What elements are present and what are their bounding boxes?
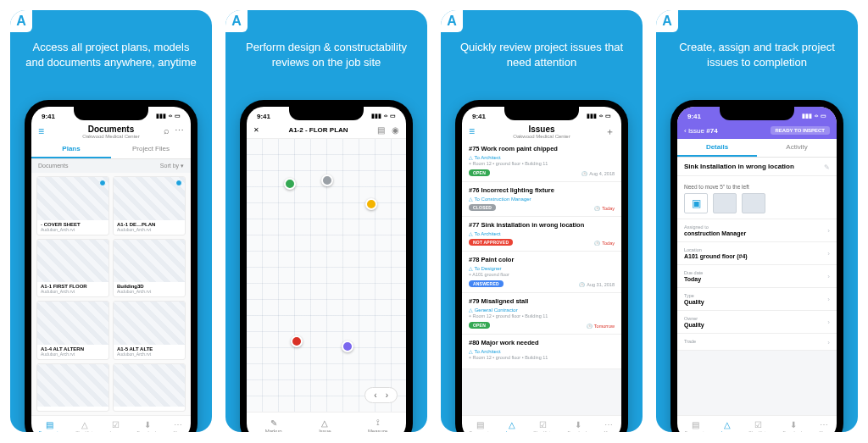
nav-checklists[interactable]: △Checklists: [75, 419, 95, 432]
menu-icon[interactable]: ≡: [469, 125, 475, 137]
autodesk-logo-icon: A: [231, 14, 242, 29]
close-icon[interactable]: ✕: [253, 126, 259, 134]
header-title: Issues: [462, 125, 621, 134]
sort-by[interactable]: Sort by ▾: [160, 163, 184, 169]
photo-attachment[interactable]: [742, 193, 765, 213]
sort-bar[interactable]: Documents Sort by ▾: [31, 159, 191, 173]
checklists-icon: ☑: [537, 419, 548, 429]
document-card[interactable]: A1-1 DE…PLANAudubon_Arch.rvt: [113, 176, 186, 235]
autodesk-logo-icon: A: [662, 14, 672, 29]
prev-page-button[interactable]: ‹: [374, 390, 376, 400]
nav-more[interactable]: ⋯More: [173, 419, 183, 432]
notch: [720, 107, 794, 120]
document-attachment-icon[interactable]: ▣: [684, 193, 708, 213]
field-value: Today: [684, 276, 830, 282]
document-card[interactable]: [113, 363, 186, 413]
chevron-right-icon: ›: [827, 273, 830, 280]
issue-pin[interactable]: [342, 341, 353, 352]
issue-assignee: △ To Architect: [469, 348, 615, 354]
field-type[interactable]: TypeQuality›: [677, 288, 837, 311]
document-thumb: [114, 240, 185, 283]
plan-canvas[interactable]: ‹ ›: [247, 139, 406, 412]
issue-pin[interactable]: [284, 178, 296, 190]
back-button[interactable]: ‹ Issue #74: [684, 127, 718, 135]
breadcrumb: Documents: [38, 163, 68, 169]
nav-issues[interactable]: △Issues: [506, 419, 518, 432]
doc-tabs: Plans Project Files: [31, 141, 191, 159]
issue-card[interactable]: #79 Misaligned stall△ General Contractor…: [462, 293, 621, 335]
brand-badge: A: [656, 10, 678, 32]
issues-icon: ☑: [111, 419, 121, 429]
detail-description: Need to move 5" to the left ▣: [677, 176, 837, 219]
wifi-icon: ⌔: [599, 114, 603, 119]
issue-due: 🕒Today: [594, 241, 615, 246]
warning-icon: △: [320, 418, 330, 428]
layers-icon[interactable]: ▤: [377, 125, 385, 135]
issue-card[interactable]: #75 Work room paint chipped△ To Architec…: [462, 141, 621, 182]
status-pill[interactable]: READY TO INSPECT: [771, 126, 830, 135]
screen: 9:41 ▮▮▮ ⌔ ▭ ≡ Documents Oakwood Medical…: [31, 107, 191, 432]
screenshot-gallery: A Access all project plans, models and d…: [0, 0, 868, 442]
nav-documents[interactable]: ▤Documents: [39, 419, 60, 432]
issue-pin[interactable]: [291, 335, 303, 347]
issue-card[interactable]: #76 Incorrect lighting fixture△ To Const…: [462, 182, 621, 217]
nav-more[interactable]: ⋯More: [604, 419, 614, 432]
tool-measure[interactable]: ⟟Measure: [368, 418, 387, 432]
nav-checklists[interactable]: ☑Checklists: [748, 419, 768, 432]
issue-assignee: △ To Architect: [469, 154, 615, 160]
tab-plans[interactable]: Plans: [31, 141, 111, 158]
document-filename: Audubon_Arch.rvt: [117, 227, 181, 232]
field-owner[interactable]: OwnerQuality›: [677, 311, 837, 334]
issue-location: ⌖ Room 12 • ground floor • Building 11: [469, 355, 615, 361]
field-trade[interactable]: Trade›: [677, 334, 837, 351]
issue-assignee: △ To Designer: [469, 265, 615, 271]
field-due-date[interactable]: Due dateToday›: [677, 265, 837, 288]
document-card[interactable]: Building3DAudubon_Arch.rvt: [113, 239, 186, 298]
nav-documents[interactable]: ▤Documents: [470, 419, 491, 432]
photo-attachment[interactable]: [713, 193, 737, 213]
issue-assignee: △ To Construction Manager: [469, 196, 615, 202]
nav-issues[interactable]: ☑Issues: [109, 419, 121, 432]
document-card[interactable]: A1-1 FIRST FLOORAudubon_Arch.rvt: [36, 239, 109, 298]
notch: [289, 107, 364, 120]
document-card[interactable]: [36, 363, 109, 413]
tool-issue[interactable]: △Issue: [319, 418, 331, 432]
status-badge: ANSWERED: [469, 280, 504, 287]
tab-project-files[interactable]: Project Files: [111, 141, 191, 158]
add-issue-button[interactable]: ＋: [605, 125, 615, 138]
tagline: Create, assign and track project issues …: [656, 10, 858, 83]
field-assigned-to[interactable]: Assigned toconstruction Manager›: [677, 219, 837, 242]
document-card[interactable]: A1-5 ALT ALTEAudubon_Arch.rvt: [113, 301, 186, 360]
tab-details[interactable]: Details: [677, 139, 757, 157]
field-location[interactable]: LocationA101 ground floor (#4)›: [677, 242, 837, 265]
tab-activity[interactable]: Activity: [757, 139, 837, 157]
more-icon[interactable]: ⋯: [175, 125, 184, 136]
menu-icon[interactable]: ≡: [38, 125, 44, 137]
issue-card[interactable]: #77 Sink installation in wrong location△…: [462, 217, 621, 252]
next-page-button[interactable]: ›: [386, 390, 388, 400]
nav-downloads[interactable]: ⬇Downloads: [783, 419, 804, 432]
edit-icon[interactable]: ✎: [824, 163, 830, 170]
issue-card[interactable]: #78 Paint color△ To Designer⌖ A101 groun…: [462, 252, 621, 293]
issue-card[interactable]: #80 Major work needed△ To Architect⌖ Roo…: [462, 335, 621, 369]
issue-card-title: #79 Misaligned stall: [469, 297, 615, 305]
visibility-icon[interactable]: ◉: [392, 125, 399, 135]
document-card[interactable]: - COVER SHEETAudubon_Arch.rvt: [36, 176, 109, 235]
document-card[interactable]: A1-4 ALT ALTERNAudubon_Arch.rvt: [36, 301, 109, 360]
nav-more[interactable]: ⋯More: [819, 419, 829, 432]
status-icons: ▮▮▮ ⌔ ▭: [371, 113, 396, 119]
nav-issues[interactable]: △Issues: [721, 419, 733, 432]
bottom-nav: ▤Documents△Issues☑Checklists⬇Downloads⋯M…: [677, 415, 837, 432]
field-label: Trade: [684, 339, 830, 344]
issue-location: ⌖ Room 12 • ground floor • Building 11: [469, 313, 615, 319]
nav-documents[interactable]: ▤Documents: [685, 419, 706, 432]
nav-downloads[interactable]: ⬇Downloads: [137, 419, 159, 432]
nav-checklists[interactable]: ☑Checklists: [533, 419, 553, 432]
tool-markup[interactable]: ✎Markup: [265, 418, 282, 432]
issue-pin[interactable]: [365, 198, 377, 210]
search-icon[interactable]: ⌕: [164, 125, 170, 136]
clock-icon: 🕒: [581, 171, 587, 176]
nav-downloads[interactable]: ⬇Downloads: [568, 419, 589, 432]
issue-due: 🕒Today: [594, 206, 615, 211]
issue-pin[interactable]: [321, 174, 333, 186]
